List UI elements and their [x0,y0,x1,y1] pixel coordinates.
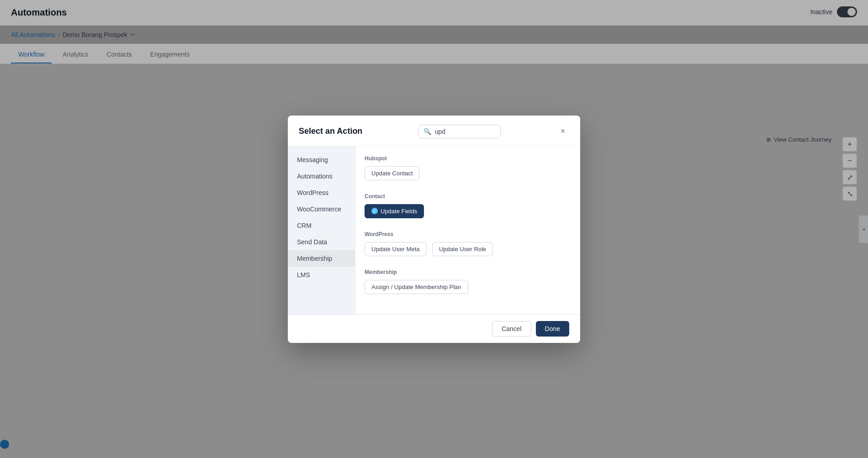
cancel-button[interactable]: Cancel [492,321,531,337]
section-hubspot-label: Hubspot [365,155,571,162]
done-button[interactable]: Done [536,321,569,337]
section-contact-label: Contact [365,193,571,200]
section-membership: Membership Assign / Update Membership Pl… [365,269,571,299]
modal-close-button[interactable]: × [556,125,569,138]
search-input[interactable] [435,128,499,135]
sidebar-item-crm[interactable]: CRM [288,217,355,234]
selected-check-icon: ✓ [371,208,378,214]
modal-footer: Cancel Done [288,314,580,343]
action-update-contact[interactable]: Update Contact [365,166,419,180]
action-update-user-role[interactable]: Update User Role [432,242,493,256]
search-icon: 🔍 [423,128,431,135]
modal-body: Messaging Automations WordPress WooComme… [288,146,580,314]
sidebar-item-send-data[interactable]: Send Data [288,234,355,250]
section-wordpress: WordPress Update User Meta Update User R… [365,231,571,261]
section-hubspot: Hubspot Update Contact [365,155,571,185]
sidebar-item-lms[interactable]: LMS [288,267,355,283]
sidebar-item-woocommerce[interactable]: WooCommerce [288,201,355,217]
sidebar-item-messaging[interactable]: Messaging [288,152,355,168]
modal-search-container: 🔍 [418,125,501,138]
select-action-modal: Select an Action 🔍 × Messaging Automatio… [288,116,580,343]
modal-content-area: Hubspot Update Contact Contact ✓ Update … [355,146,580,314]
modal-header: Select an Action 🔍 × [288,116,580,146]
section-wordpress-label: WordPress [365,231,571,237]
action-update-user-meta[interactable]: Update User Meta [365,242,427,256]
modal-sidebar: Messaging Automations WordPress WooComme… [288,146,355,314]
sidebar-item-automations[interactable]: Automations [288,168,355,184]
sidebar-item-membership[interactable]: Membership [288,250,355,267]
section-membership-label: Membership [365,269,571,275]
modal-title: Select an Action [299,126,362,136]
action-assign-update-membership-plan[interactable]: Assign / Update Membership Plan [365,280,468,294]
section-contact: Contact ✓ Update Fields [365,193,571,223]
sidebar-item-wordpress[interactable]: WordPress [288,184,355,201]
action-update-fields[interactable]: ✓ Update Fields [365,204,424,218]
